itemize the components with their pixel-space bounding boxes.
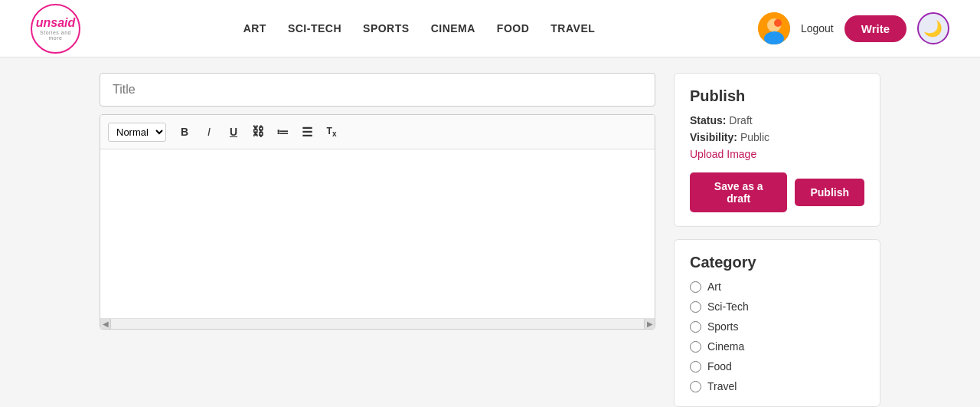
category-item-art[interactable]: Art (690, 281, 864, 293)
link-button[interactable]: ⛓ (247, 121, 269, 143)
publish-panel: Publish Status: Draft Visibility: Public… (674, 73, 880, 227)
category-item-sports[interactable]: Sports (690, 320, 864, 333)
editor-content[interactable] (100, 149, 655, 318)
avatar-icon (758, 12, 790, 44)
publish-panel-title: Publish (690, 87, 864, 105)
upload-image-link[interactable]: Upload Image (690, 148, 864, 160)
unordered-list-icon: ☰ (302, 125, 312, 139)
status-row: Status: Draft (690, 114, 864, 126)
nav-art[interactable]: ART (243, 22, 266, 34)
underline-button[interactable]: U (223, 121, 244, 143)
right-arrow-icon: ▶ (645, 319, 655, 330)
ordered-list-button[interactable]: ≔ (272, 121, 293, 143)
main-content: Normal B I U ⛓ ≔ ☰ Tx (0, 57, 980, 407)
unordered-list-button[interactable]: ☰ (296, 121, 318, 143)
nav-sci-tech[interactable]: SCI-TECH (288, 22, 341, 34)
nav-food[interactable]: FOOD (497, 22, 529, 34)
sidebar-panels: Publish Status: Draft Visibility: Public… (674, 73, 880, 407)
svg-point-3 (774, 19, 782, 27)
editor-hscrollbar[interactable]: ◀ ▶ (100, 318, 655, 329)
category-radio-cinema[interactable] (690, 341, 701, 353)
category-label-food: Food (707, 360, 732, 373)
italic-button[interactable]: I (198, 121, 220, 143)
publish-panel-actions: Save as a draft Publish (690, 172, 864, 212)
category-panel: Category Art Sci-Tech Sports Cinema (674, 239, 880, 407)
category-item-cinema[interactable]: Cinema (690, 340, 864, 353)
logout-button[interactable]: Logout (801, 22, 834, 34)
link-icon: ⛓ (252, 125, 264, 139)
navbar: unsaid Stories and more ART SCI-TECH SPO… (0, 0, 980, 57)
category-label-sports: Sports (707, 320, 738, 333)
nav-right: Logout Write 🌙 (758, 12, 949, 44)
logo-main-text: unsaid (36, 16, 76, 30)
logo-circle: unsaid Stories and more (31, 4, 80, 54)
moon-icon: 🌙 (923, 19, 942, 38)
logo[interactable]: unsaid Stories and more (31, 4, 80, 54)
category-radio-food[interactable] (690, 361, 701, 373)
status-label: Status: (690, 114, 726, 126)
category-radio-scitech[interactable] (690, 301, 701, 313)
bold-button[interactable]: B (174, 121, 195, 143)
editor-container: Normal B I U ⛓ ≔ ☰ Tx (100, 114, 655, 330)
nav-travel[interactable]: TRAVEL (550, 22, 595, 34)
logo-sub-text: Stories and more (32, 30, 79, 41)
title-input[interactable] (100, 73, 655, 107)
category-label-scitech: Sci-Tech (707, 300, 749, 313)
editor-area: Normal B I U ⛓ ≔ ☰ Tx (100, 73, 655, 330)
nav-sports[interactable]: SPORTS (363, 22, 410, 34)
visibility-row: Visibility: Public (690, 131, 864, 143)
left-arrow-icon: ◀ (100, 319, 110, 330)
status-value: Draft (729, 114, 752, 126)
ordered-list-icon: ≔ (276, 125, 289, 139)
nav-links: ART SCI-TECH SPORTS CINEMA FOOD TRAVEL (243, 22, 596, 34)
hscroll-right-arrow[interactable]: ▶ (644, 319, 655, 330)
category-list: Art Sci-Tech Sports Cinema Food (690, 281, 864, 392)
category-radio-sports[interactable] (690, 321, 701, 333)
format-select[interactable]: Normal (108, 123, 166, 142)
write-button[interactable]: Write (844, 15, 906, 42)
category-panel-title: Category (690, 254, 864, 271)
nav-cinema[interactable]: CINEMA (431, 22, 475, 34)
editor-toolbar: Normal B I U ⛓ ≔ ☰ Tx (100, 115, 655, 149)
publish-button[interactable]: Publish (795, 179, 864, 206)
category-item-scitech[interactable]: Sci-Tech (690, 300, 864, 313)
category-item-food[interactable]: Food (690, 360, 864, 373)
hscroll-track[interactable] (111, 319, 644, 330)
editor-body[interactable] (100, 149, 655, 318)
category-label-art: Art (707, 281, 721, 293)
hscroll-left-arrow[interactable]: ◀ (100, 319, 111, 330)
category-radio-travel[interactable] (690, 381, 701, 392)
avatar[interactable] (758, 12, 790, 44)
theme-toggle-button[interactable]: 🌙 (917, 12, 949, 44)
visibility-value: Public (740, 131, 769, 143)
visibility-label: Visibility: (690, 131, 737, 143)
category-item-travel[interactable]: Travel (690, 380, 864, 392)
category-radio-art[interactable] (690, 281, 701, 293)
save-draft-button[interactable]: Save as a draft (690, 172, 787, 212)
clear-format-icon: Tx (327, 126, 337, 138)
category-label-travel: Travel (707, 380, 737, 392)
clear-format-button[interactable]: Tx (321, 121, 342, 143)
category-label-cinema: Cinema (707, 340, 744, 353)
